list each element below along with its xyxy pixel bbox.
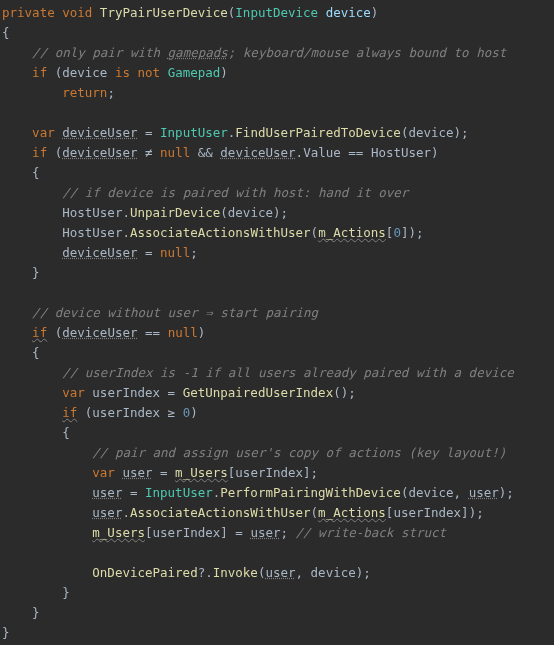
type: InputDevice <box>235 5 318 20</box>
field: m_Actions <box>318 225 386 240</box>
var: deviceUser <box>62 245 137 260</box>
arg: device <box>228 205 273 220</box>
var: userIndex <box>92 385 160 400</box>
method: FindUserPairedToDevice <box>235 125 401 140</box>
kw-null: null <box>168 325 198 340</box>
comment: // pair and assign user's copy of action… <box>92 445 506 460</box>
method: OnDevicePaired <box>92 565 197 580</box>
field: m_Users <box>175 465 228 480</box>
field: m_Actions <box>318 505 386 520</box>
comment: // only pair with gamepads; keyboard/mou… <box>32 45 506 60</box>
var: userIndex <box>92 405 160 420</box>
method-name: TryPairUserDevice <box>100 5 228 20</box>
kw-null: null <box>160 145 190 160</box>
op-neq: ≠ <box>145 145 153 160</box>
var: userIndex <box>393 505 461 520</box>
var-deviceuser: deviceUser <box>62 125 137 140</box>
op-eq: == <box>145 325 160 340</box>
kw-var: var <box>62 385 85 400</box>
arg: device <box>408 485 453 500</box>
comment: // userIndex is -1 if all users already … <box>62 365 514 380</box>
kw-var: var <box>92 465 115 480</box>
var: deviceUser <box>62 325 137 340</box>
kw-is: is <box>115 65 130 80</box>
param: device <box>326 5 371 20</box>
ident: device <box>62 65 107 80</box>
ident: HostUser <box>62 225 122 240</box>
arg: user <box>469 485 499 500</box>
kw-if: if <box>32 145 47 160</box>
comment: // if device is paired with host: hand i… <box>62 185 408 200</box>
var: userIndex <box>153 525 221 540</box>
kw-var: var <box>32 125 55 140</box>
kw-void: void <box>62 5 92 20</box>
comment: // write-back struct <box>296 525 447 540</box>
method: AssociateActionsWithUser <box>130 505 311 520</box>
method: AssociateActionsWithUser <box>130 225 311 240</box>
type: Gamepad <box>168 65 221 80</box>
method: UnpairDevice <box>130 205 220 220</box>
var: deviceUser <box>62 145 137 160</box>
number: 0 <box>393 225 401 240</box>
method: Invoke <box>213 565 258 580</box>
method: GetUnpairedUserIndex <box>183 385 334 400</box>
ident: HostUser <box>371 145 431 160</box>
ident: HostUser <box>62 205 122 220</box>
kw-null: null <box>160 245 190 260</box>
op-eq: == <box>348 145 363 160</box>
kw-private: private <box>2 5 55 20</box>
arg: user <box>265 565 295 580</box>
type: InputUser <box>160 125 228 140</box>
var: deviceUser <box>220 145 295 160</box>
var: userIndex <box>235 465 303 480</box>
number: 0 <box>183 405 191 420</box>
kw-not: not <box>138 65 161 80</box>
code-block: private void TryPairUserDevice(InputDevi… <box>0 0 554 645</box>
kw-if: if <box>62 405 77 420</box>
var: user <box>92 485 122 500</box>
var: user <box>250 525 280 540</box>
kw-return: return <box>62 85 107 100</box>
op-and: && <box>198 145 213 160</box>
var: user <box>92 505 122 520</box>
prop: Value <box>303 145 341 160</box>
type: InputUser <box>145 485 213 500</box>
arg: device <box>311 565 356 580</box>
op-ge: ≥ <box>168 405 176 420</box>
field: m_Users <box>92 525 145 540</box>
arg: device <box>408 125 453 140</box>
comment: // device without user ⇒ start pairing <box>32 305 318 320</box>
method: PerformPairingWithDevice <box>220 485 401 500</box>
kw-if: if <box>32 65 47 80</box>
var-user: user <box>122 465 152 480</box>
kw-if: if <box>32 325 47 340</box>
